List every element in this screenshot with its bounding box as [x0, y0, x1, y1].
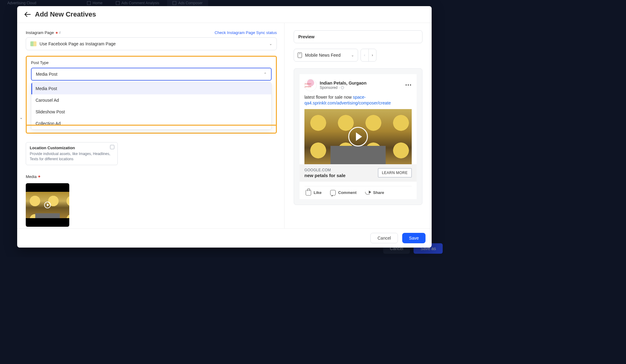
form-pane: Instagram Page i Check Instagram Page Sy… [17, 23, 284, 228]
facebook-feed-card: indian petals Indian Petals, Gurgaon Spo… [300, 74, 417, 199]
bg-tab-analysis: Ads Comment Analysis [110, 0, 165, 6]
cancel-button[interactable]: Cancel [370, 233, 398, 243]
feed-headline: new petals for sale [304, 173, 345, 178]
home-icon [87, 1, 91, 5]
feed-primary-text: latest flower for sale now space-qa4.spr… [304, 94, 412, 106]
media-thumbnail[interactable] [26, 183, 69, 227]
chevron-up-icon: ⌃ [264, 72, 267, 76]
info-icon[interactable]: i [59, 30, 60, 35]
location-customization-card[interactable]: Location Customization Provide individua… [26, 142, 118, 165]
share-button[interactable]: Share [365, 190, 384, 195]
feed-footer: GOOGLE.COM new petals for sale LEARN MOR… [300, 164, 417, 182]
play-icon [348, 127, 368, 146]
app-brand: Advertising Cloud [7, 1, 36, 5]
comment-button[interactable]: Comment [330, 190, 357, 195]
page-name: Indian Petals, Gurgaon [320, 81, 366, 85]
preview-header: Preview [294, 30, 422, 43]
share-icon [365, 190, 371, 195]
like-icon [306, 190, 311, 195]
feed-cta-button[interactable]: LEARN MORE [378, 168, 412, 177]
analysis-icon [116, 1, 120, 5]
required-dot-icon [38, 176, 40, 177]
back-arrow-icon[interactable] [25, 11, 31, 17]
chevron-down-icon: ⌄ [269, 42, 272, 46]
location-checkbox[interactable] [110, 145, 114, 149]
sync-status-link[interactable]: Check Instagram Page Sync status [215, 30, 277, 35]
location-card-desc: Provide individual assets, like Images, … [30, 151, 114, 162]
post-type-select[interactable]: Media Post ⌃ [31, 68, 272, 81]
preview-feed-select[interactable]: Mobile News Feed ⌄ [294, 49, 358, 62]
preview-pane: Preview Mobile News Feed ⌄ ‹ › indian pe… [284, 23, 432, 228]
post-type-option-carousel[interactable]: Carousel Ad [31, 94, 271, 106]
modal-header: Add New Creatives [17, 6, 432, 23]
feed-reactions: Like Comment Share [304, 186, 412, 197]
feed-card-header: indian petals Indian Petals, Gurgaon Spo… [304, 79, 412, 91]
mobile-device-icon [298, 52, 302, 58]
page-avatar-icon: indian petals [304, 79, 317, 91]
post-type-dropdown: Media Post Carousel Ad Slideshow Post Co… [31, 82, 272, 130]
sponsored-line: Sponsored · [320, 85, 366, 90]
preview-prev-button[interactable]: ‹ [361, 49, 369, 61]
add-creatives-modal: Add New Creatives Instagram Page i Check… [17, 6, 432, 248]
composer-icon [173, 1, 176, 5]
location-card-title: Location Customization [30, 146, 114, 150]
preview-card-surface: indian petals Indian Petals, Gurgaon Spo… [294, 68, 422, 205]
globe-icon [341, 86, 344, 89]
instagram-page-label: Instagram Page i [26, 30, 60, 35]
instagram-page-select[interactable]: Use Facebook Page as Instagram Page ⌄ [26, 37, 277, 50]
instagram-page-value: Use Facebook Page as Instagram Page [40, 41, 116, 46]
post-type-option-slideshow[interactable]: Slideshow Post [31, 106, 271, 118]
post-type-label: Post Type [31, 60, 49, 65]
bg-tab-home: Home [82, 0, 108, 6]
required-dot-icon [56, 32, 58, 34]
preview-next-button[interactable]: › [369, 49, 376, 61]
like-button[interactable]: Like [306, 190, 322, 195]
preview-nav: ‹ › [361, 49, 376, 62]
feed-domain: GOOGLE.COM [304, 168, 345, 172]
instagram-row-header: Instagram Page i Check Instagram Page Sy… [26, 30, 277, 35]
modal-footer: Cancel Save [17, 228, 432, 248]
modal-body: Instagram Page i Check Instagram Page Sy… [17, 23, 432, 228]
modal-title: Add New Creatives [35, 10, 96, 18]
post-type-option-media[interactable]: Media Post [31, 83, 271, 94]
app-background-tabs: Advertising Cloud Home Ads Comment Analy… [0, 0, 449, 6]
preview-toolbar: Mobile News Feed ⌄ ‹ › [294, 49, 422, 62]
play-icon [44, 202, 51, 208]
section-collapse-toggle[interactable]: ⌄ [20, 116, 23, 120]
post-type-highlight: Post Type Media Post ⌃ Media Post Carous… [26, 56, 277, 134]
chevron-down-icon: ⌄ [351, 53, 354, 57]
bg-tab-composer: Ads Composer [167, 0, 208, 6]
preview-feed-value: Mobile News Feed [305, 53, 341, 58]
post-type-value: Media Post [36, 72, 57, 77]
save-button[interactable]: Save [402, 233, 426, 243]
comment-icon [330, 190, 336, 195]
feed-media[interactable] [304, 109, 412, 164]
page-avatar-icon [30, 41, 36, 46]
media-label: Media [26, 174, 277, 179]
post-type-option-collection[interactable]: Collection Ad [31, 118, 271, 129]
